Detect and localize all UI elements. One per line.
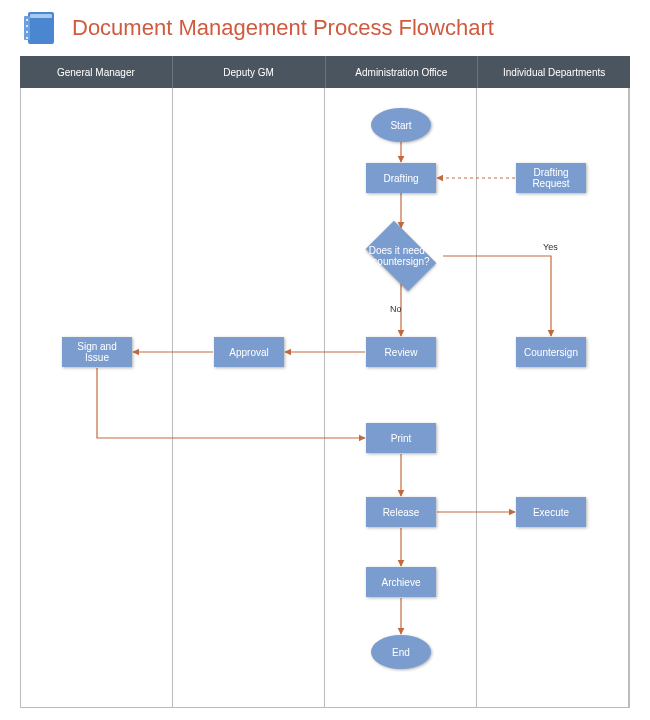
svg-point-5 [26,31,28,33]
node-archive: Archieve [366,567,436,597]
page-header: Document Management Process Flowchart [0,0,650,56]
label-yes: Yes [543,242,558,252]
svg-point-4 [26,25,28,27]
lane-header-gm: General Manager [20,56,173,88]
page-title: Document Management Process Flowchart [72,15,494,41]
svg-point-3 [26,19,28,21]
swimlane-header: General Manager Deputy GM Administration… [20,56,630,88]
node-end: End [371,635,431,669]
svg-rect-2 [30,14,52,18]
node-drafting-request: Drafting Request [516,163,586,193]
node-decision: Does it need a countersign? [359,228,443,284]
node-review: Review [366,337,436,367]
node-approval: Approval [214,337,284,367]
node-countersign: Countersign [516,337,586,367]
notebook-icon [20,8,60,48]
node-drafting: Drafting [366,163,436,193]
node-sign-issue: Sign and Issue [62,337,132,367]
lane-header-dgm: Deputy GM [173,56,326,88]
node-print: Print [366,423,436,453]
lane-dgm [173,88,325,707]
lane-gm [21,88,173,707]
node-start: Start [371,108,431,142]
svg-point-6 [26,37,28,39]
node-release: Release [366,497,436,527]
lane-header-admin: Administration Office [326,56,479,88]
decision-text: Does it need a countersign? [359,245,443,267]
lane-header-dept: Individual Departments [478,56,630,88]
label-no: No [390,304,402,314]
node-execute: Execute [516,497,586,527]
swimlane-body: Start Drafting Drafting Request Does it … [20,88,630,708]
